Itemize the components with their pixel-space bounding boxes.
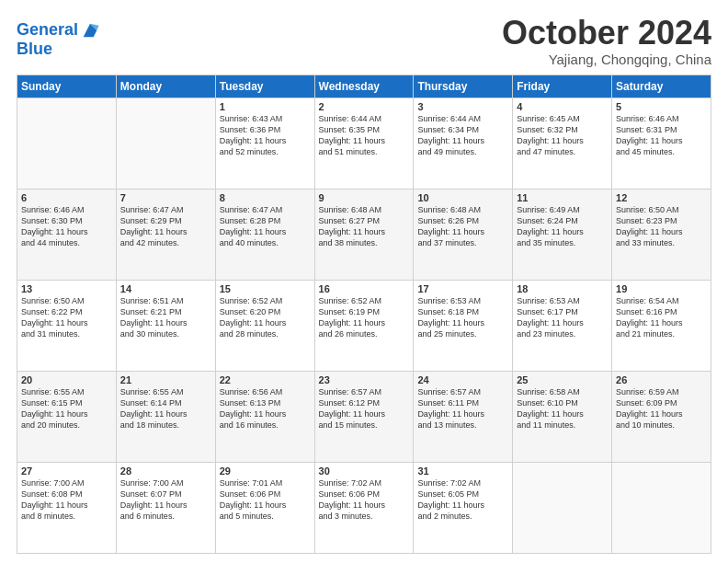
calendar-cell: 25Sunrise: 6:58 AM Sunset: 6:10 PM Dayli…	[513, 372, 612, 463]
day-number: 13	[21, 283, 112, 294]
day-number: 9	[319, 192, 410, 203]
calendar-cell: 31Sunrise: 7:02 AM Sunset: 6:05 PM Dayli…	[414, 463, 513, 554]
calendar-week-2: 13Sunrise: 6:50 AM Sunset: 6:22 PM Dayli…	[17, 281, 711, 372]
cell-text: Sunrise: 7:01 AM Sunset: 6:06 PM Dayligh…	[220, 477, 311, 523]
calendar-table: SundayMondayTuesdayWednesdayThursdayFrid…	[17, 75, 711, 554]
day-number: 2	[319, 101, 410, 112]
calendar-cell: 1Sunrise: 6:43 AM Sunset: 6:36 PM Daylig…	[215, 98, 314, 190]
cell-text: Sunrise: 6:49 AM Sunset: 6:24 PM Dayligh…	[517, 204, 608, 249]
cell-text: Sunrise: 6:51 AM Sunset: 6:21 PM Dayligh…	[120, 295, 211, 340]
calendar-cell	[612, 463, 711, 554]
cell-text: Sunrise: 6:57 AM Sunset: 6:11 PM Dayligh…	[417, 386, 508, 431]
calendar-header-sunday: Sunday	[17, 75, 117, 98]
day-number: 10	[417, 192, 508, 203]
day-number: 14	[120, 283, 211, 294]
cell-text: Sunrise: 6:47 AM Sunset: 6:29 PM Dayligh…	[120, 204, 211, 249]
cell-text: Sunrise: 6:50 AM Sunset: 6:22 PM Dayligh…	[21, 295, 112, 340]
calendar-cell: 5Sunrise: 6:46 AM Sunset: 6:31 PM Daylig…	[612, 98, 711, 190]
day-number: 19	[616, 283, 707, 294]
day-number: 23	[319, 374, 410, 385]
logo-text-blue: Blue	[17, 40, 100, 59]
calendar-cell: 8Sunrise: 6:47 AM Sunset: 6:28 PM Daylig…	[215, 190, 314, 281]
cell-text: Sunrise: 6:43 AM Sunset: 6:36 PM Dayligh…	[220, 113, 311, 158]
calendar-header-monday: Monday	[116, 75, 215, 98]
day-number: 4	[517, 101, 608, 112]
calendar-cell: 11Sunrise: 6:49 AM Sunset: 6:24 PM Dayli…	[513, 190, 612, 281]
logo-icon	[80, 20, 100, 40]
day-number: 15	[220, 283, 311, 294]
day-number: 12	[616, 192, 707, 203]
calendar-week-0: 1Sunrise: 6:43 AM Sunset: 6:36 PM Daylig…	[17, 98, 711, 190]
cell-text: Sunrise: 6:59 AM Sunset: 6:09 PM Dayligh…	[616, 386, 707, 431]
logo-text-general: General	[17, 21, 78, 40]
cell-text: Sunrise: 6:45 AM Sunset: 6:32 PM Dayligh…	[517, 113, 608, 158]
calendar-cell: 4Sunrise: 6:45 AM Sunset: 6:32 PM Daylig…	[513, 98, 612, 190]
calendar-cell	[17, 98, 117, 190]
calendar-cell: 12Sunrise: 6:50 AM Sunset: 6:23 PM Dayli…	[612, 190, 711, 281]
calendar-cell: 26Sunrise: 6:59 AM Sunset: 6:09 PM Dayli…	[612, 372, 711, 463]
day-number: 31	[417, 465, 508, 477]
location: Yajiang, Chongqing, China	[502, 52, 711, 67]
calendar-cell: 14Sunrise: 6:51 AM Sunset: 6:21 PM Dayli…	[116, 281, 215, 372]
calendar-week-4: 27Sunrise: 7:00 AM Sunset: 6:08 PM Dayli…	[17, 463, 711, 554]
day-number: 6	[21, 192, 112, 203]
calendar-week-3: 20Sunrise: 6:55 AM Sunset: 6:15 PM Dayli…	[17, 372, 711, 463]
cell-text: Sunrise: 6:55 AM Sunset: 6:14 PM Dayligh…	[120, 386, 211, 431]
cell-text: Sunrise: 6:50 AM Sunset: 6:23 PM Dayligh…	[616, 204, 707, 249]
cell-text: Sunrise: 6:57 AM Sunset: 6:12 PM Dayligh…	[319, 386, 410, 431]
title-section: October 2024 Yajiang, Chongqing, China	[502, 17, 711, 67]
calendar-cell	[116, 98, 215, 190]
calendar-cell: 22Sunrise: 6:56 AM Sunset: 6:13 PM Dayli…	[215, 372, 314, 463]
day-number: 5	[616, 101, 707, 112]
calendar-cell: 21Sunrise: 6:55 AM Sunset: 6:14 PM Dayli…	[116, 372, 215, 463]
day-number: 17	[417, 283, 508, 294]
calendar-header-wednesday: Wednesday	[314, 75, 414, 98]
calendar-cell: 20Sunrise: 6:55 AM Sunset: 6:15 PM Dayli…	[17, 372, 117, 463]
cell-text: Sunrise: 6:44 AM Sunset: 6:35 PM Dayligh…	[319, 113, 410, 158]
calendar-cell: 6Sunrise: 6:46 AM Sunset: 6:30 PM Daylig…	[17, 190, 117, 281]
cell-text: Sunrise: 7:00 AM Sunset: 6:07 PM Dayligh…	[120, 477, 211, 523]
day-number: 1	[220, 101, 311, 112]
calendar-cell: 16Sunrise: 6:52 AM Sunset: 6:19 PM Dayli…	[314, 281, 414, 372]
calendar-cell: 3Sunrise: 6:44 AM Sunset: 6:34 PM Daylig…	[414, 98, 513, 190]
calendar-cell: 18Sunrise: 6:53 AM Sunset: 6:17 PM Dayli…	[513, 281, 612, 372]
day-number: 30	[319, 465, 410, 477]
calendar-cell: 23Sunrise: 6:57 AM Sunset: 6:12 PM Dayli…	[314, 372, 414, 463]
day-number: 20	[21, 374, 112, 385]
cell-text: Sunrise: 7:00 AM Sunset: 6:08 PM Dayligh…	[21, 477, 112, 523]
cell-text: Sunrise: 6:48 AM Sunset: 6:26 PM Dayligh…	[417, 204, 508, 249]
calendar-cell: 27Sunrise: 7:00 AM Sunset: 6:08 PM Dayli…	[17, 463, 117, 554]
day-number: 21	[120, 374, 211, 385]
calendar-cell: 7Sunrise: 6:47 AM Sunset: 6:29 PM Daylig…	[116, 190, 215, 281]
cell-text: Sunrise: 6:54 AM Sunset: 6:16 PM Dayligh…	[616, 295, 707, 340]
cell-text: Sunrise: 6:52 AM Sunset: 6:19 PM Dayligh…	[319, 295, 410, 340]
day-number: 28	[120, 465, 211, 477]
cell-text: Sunrise: 6:58 AM Sunset: 6:10 PM Dayligh…	[517, 386, 608, 431]
day-number: 22	[220, 374, 311, 385]
calendar-header-tuesday: Tuesday	[215, 75, 314, 98]
page: General Blue October 2024 Yajiang, Chong…	[0, 0, 728, 563]
calendar-header-friday: Friday	[513, 75, 612, 98]
cell-text: Sunrise: 6:55 AM Sunset: 6:15 PM Dayligh…	[21, 386, 112, 431]
cell-text: Sunrise: 7:02 AM Sunset: 6:06 PM Dayligh…	[319, 477, 410, 523]
calendar-cell: 15Sunrise: 6:52 AM Sunset: 6:20 PM Dayli…	[215, 281, 314, 372]
day-number: 18	[517, 283, 608, 294]
calendar-cell: 13Sunrise: 6:50 AM Sunset: 6:22 PM Dayli…	[17, 281, 117, 372]
calendar-cell: 30Sunrise: 7:02 AM Sunset: 6:06 PM Dayli…	[314, 463, 414, 554]
calendar-cell	[513, 463, 612, 554]
cell-text: Sunrise: 6:46 AM Sunset: 6:31 PM Dayligh…	[616, 113, 707, 158]
day-number: 25	[517, 374, 608, 385]
day-number: 27	[21, 465, 112, 477]
logo: General Blue	[17, 20, 100, 59]
day-number: 26	[616, 374, 707, 385]
day-number: 3	[417, 101, 508, 112]
day-number: 7	[120, 192, 211, 203]
cell-text: Sunrise: 6:53 AM Sunset: 6:17 PM Dayligh…	[517, 295, 608, 340]
calendar-cell: 2Sunrise: 6:44 AM Sunset: 6:35 PM Daylig…	[314, 98, 414, 190]
cell-text: Sunrise: 6:53 AM Sunset: 6:18 PM Dayligh…	[417, 295, 508, 340]
calendar-header-row: SundayMondayTuesdayWednesdayThursdayFrid…	[17, 75, 711, 98]
day-number: 11	[517, 192, 608, 203]
calendar-week-1: 6Sunrise: 6:46 AM Sunset: 6:30 PM Daylig…	[17, 190, 711, 281]
calendar-cell: 28Sunrise: 7:00 AM Sunset: 6:07 PM Dayli…	[116, 463, 215, 554]
day-number: 16	[319, 283, 410, 294]
